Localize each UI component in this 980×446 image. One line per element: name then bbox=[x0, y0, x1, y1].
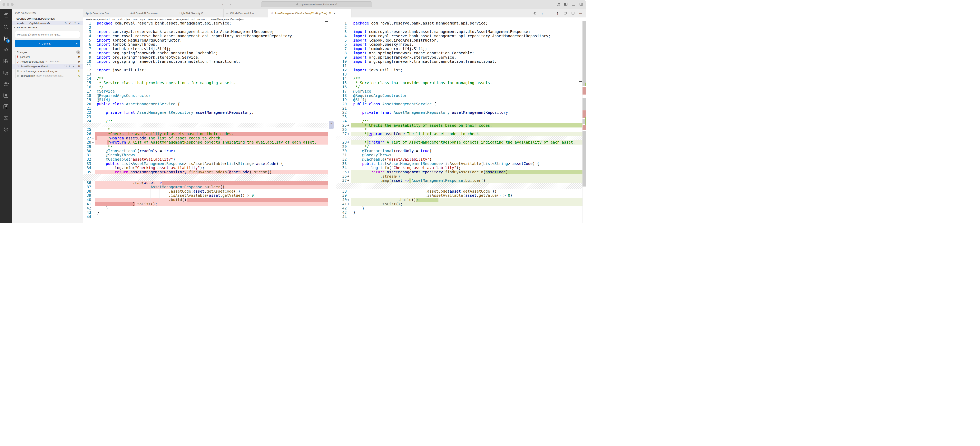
code-line[interactable]: 9import org.springframework.stereotype.S… bbox=[83, 55, 328, 60]
code-line[interactable]: 5import lombok.RequiredArgsConstructor; bbox=[83, 38, 328, 43]
code-line[interactable]: 18@RequiredArgsConstructor bbox=[336, 94, 583, 98]
code-line[interactable]: 34 log.info("Checking asset availability… bbox=[336, 166, 583, 170]
code-line[interactable]: 27− *@param assetCode The list of asset … bbox=[83, 136, 328, 140]
code-line[interactable]: 25 * bbox=[83, 127, 328, 132]
code-line[interactable]: 4import com.royal.reserve.bank.asset.man… bbox=[83, 34, 328, 38]
code-line[interactable]: 41− ).toList(); bbox=[83, 202, 328, 206]
stage-icon[interactable]: + bbox=[73, 65, 74, 68]
code-line[interactable]: 17@Service bbox=[83, 89, 328, 94]
forward-icon[interactable]: → bbox=[228, 2, 232, 7]
sync-icon[interactable]: ↻ bbox=[65, 22, 67, 25]
code-line[interactable]: 16 */ bbox=[336, 85, 583, 89]
code-line[interactable]: 19@Slf4j bbox=[336, 98, 583, 102]
code-line[interactable]: 7import lombok.extern.slf4j.Slf4j; bbox=[83, 47, 328, 51]
code-line[interactable]: 44 bbox=[83, 215, 328, 219]
more-icon[interactable]: ··· bbox=[78, 22, 81, 25]
code-line[interactable]: 1package com.royal.reserve.bank.asset.ma… bbox=[83, 21, 328, 25]
code-line[interactable]: 30 @Transactional(readOnly = true) bbox=[336, 149, 583, 153]
open-preview-icon[interactable] bbox=[563, 11, 567, 15]
code-line[interactable]: 28− *@return A list of AssetManagementRe… bbox=[83, 140, 328, 145]
more-actions-icon[interactable]: ··· bbox=[579, 11, 582, 15]
toggle-whitespace-icon[interactable]: ¶ bbox=[556, 11, 560, 15]
code-line[interactable]: 12import java.util.List; bbox=[336, 68, 583, 72]
code-line[interactable]: 32 @Cacheable("assetAvailability") bbox=[336, 157, 583, 162]
code-line[interactable]: 40+ .build()) bbox=[336, 198, 583, 202]
customize-layout-icon[interactable] bbox=[556, 2, 561, 7]
breadcrumb-item[interactable]: api bbox=[191, 18, 194, 21]
code-line[interactable]: 26− *Checks the availability of assets b… bbox=[83, 132, 328, 136]
code-line[interactable]: 40− .build() bbox=[83, 198, 328, 202]
file-row[interactable]: JAccountService.javaaccount-api/sr...M bbox=[12, 59, 83, 64]
code-line[interactable]: 44 bbox=[336, 215, 583, 219]
code-line[interactable]: 34 log.info("Checking asset availability… bbox=[83, 166, 328, 170]
file-row[interactable]: {}asset-management-api-docs.json...U bbox=[12, 68, 83, 73]
file-row[interactable]: {}openapi.jsonasset-management-api/...U bbox=[12, 73, 83, 78]
code-line[interactable]: 42 } bbox=[336, 206, 583, 210]
more-actions-icon[interactable]: ··· bbox=[76, 11, 80, 14]
code-line[interactable]: 11 bbox=[336, 64, 583, 68]
code-line[interactable]: 33 public List<AssetManagementResponse> … bbox=[336, 162, 583, 166]
code-line[interactable]: 17@Service bbox=[336, 89, 583, 94]
previous-change-icon[interactable]: ↑ bbox=[540, 11, 544, 15]
breadcrumb-item[interactable]: com bbox=[133, 18, 138, 21]
code-line[interactable]: 41+ .toList(); bbox=[336, 202, 583, 206]
toggle-secondary-sidebar-icon[interactable] bbox=[579, 2, 584, 7]
code-line[interactable]: 42 } bbox=[83, 206, 328, 210]
code-line[interactable]: 2 bbox=[83, 25, 328, 30]
code-line[interactable]: 31 @SneakyThrows bbox=[83, 153, 328, 157]
code-line[interactable]: 8import org.springframework.cache.annota… bbox=[336, 51, 583, 55]
commit-dropdown-button[interactable] bbox=[74, 40, 80, 47]
toggle-primary-sidebar-icon[interactable] bbox=[563, 2, 568, 7]
commit-check-icon[interactable]: ✓ bbox=[69, 22, 71, 25]
file-row[interactable]: pom.xmlM bbox=[12, 54, 83, 59]
activity-bar-item[interactable] bbox=[0, 10, 12, 22]
code-line[interactable]: 38 .assetCode(asset.getAssetCode()) bbox=[83, 189, 328, 194]
tab-gitlab-duo-workflow[interactable]: GitLab Duo Workflow bbox=[224, 9, 268, 18]
code-line[interactable]: 8import org.springframework.cache.annota… bbox=[83, 51, 328, 55]
code-line[interactable]: 22 private final AssetManagementReposito… bbox=[83, 110, 328, 115]
scrollbar-slider[interactable] bbox=[582, 21, 586, 86]
code-line[interactable]: 14/** bbox=[336, 76, 583, 81]
code-line[interactable]: 35+ return assetManagementRepository.fin… bbox=[336, 170, 583, 174]
activity-bar-item[interactable] bbox=[0, 124, 12, 135]
code-line[interactable]: 43} bbox=[83, 210, 328, 215]
tab-high-risk-security-v-[interactable]: High Risk Security V... bbox=[177, 9, 224, 18]
code-line[interactable]: 13 bbox=[336, 72, 583, 76]
code-line[interactable]: 12import java.util.List; bbox=[83, 68, 328, 72]
breadcrumb-item[interactable]: service bbox=[197, 18, 205, 21]
code-line[interactable]: 3import com.royal.reserve.bank.asset.man… bbox=[336, 30, 583, 34]
minimize-window-button[interactable] bbox=[7, 3, 10, 6]
code-line[interactable]: 26 * bbox=[336, 127, 583, 132]
activity-bar-item[interactable] bbox=[0, 45, 12, 56]
activity-bar-item[interactable] bbox=[0, 113, 12, 124]
command-center-search[interactable]: royal-reserve-bank-gitlab-demo-2 bbox=[261, 2, 372, 7]
close-window-button[interactable] bbox=[3, 3, 5, 6]
breadcrumb-item[interactable]: asset bbox=[167, 18, 172, 21]
split-editor-icon[interactable] bbox=[571, 11, 575, 15]
activity-bar-item[interactable] bbox=[0, 101, 12, 113]
tab-apply-enterprise-sta-[interactable]: Apply Enterprise Sta... bbox=[83, 9, 128, 18]
arrow-right-icon[interactable]: → bbox=[330, 121, 332, 125]
activity-bar-item[interactable] bbox=[0, 67, 12, 79]
next-change-icon[interactable]: ↓ bbox=[548, 11, 552, 15]
code-line[interactable]: 21 bbox=[336, 106, 583, 111]
code-line[interactable]: 16 */ bbox=[83, 85, 328, 89]
code-line[interactable]: 10import org.springframework.transaction… bbox=[336, 59, 583, 64]
code-line[interactable]: 1package com.royal.reserve.bank.asset.ma… bbox=[336, 21, 583, 25]
breadcrumb-item[interactable]: src bbox=[112, 18, 115, 21]
activity-bar-item[interactable] bbox=[0, 90, 12, 101]
code-line[interactable]: 32 @Cacheable("assetAvailability") bbox=[83, 157, 328, 162]
breadcrumb-item[interactable]: asset-management-api bbox=[86, 18, 110, 21]
breadcrumb-item[interactable]: reserve bbox=[148, 18, 156, 21]
modified-code[interactable]: 1package com.royal.reserve.bank.asset.ma… bbox=[336, 21, 586, 219]
code-line[interactable]: 9import org.springframework.stereotype.S… bbox=[336, 55, 583, 60]
code-line[interactable]: 35− return assetManagementRepository.fin… bbox=[83, 170, 328, 174]
close-icon[interactable]: × bbox=[334, 11, 336, 15]
overview-ruler[interactable] bbox=[582, 21, 586, 223]
plus-icon[interactable]: + bbox=[330, 125, 332, 129]
code-line[interactable]: 20public class AssetManagementService { bbox=[83, 102, 328, 106]
code-line[interactable]: 29 */ bbox=[83, 145, 328, 149]
code-line[interactable]: 30 @Transactional(readOnly = true) bbox=[83, 149, 328, 153]
code-line[interactable]: 36+ .stream() bbox=[336, 174, 583, 179]
code-line[interactable]: 10import org.springframework.transaction… bbox=[83, 59, 328, 64]
